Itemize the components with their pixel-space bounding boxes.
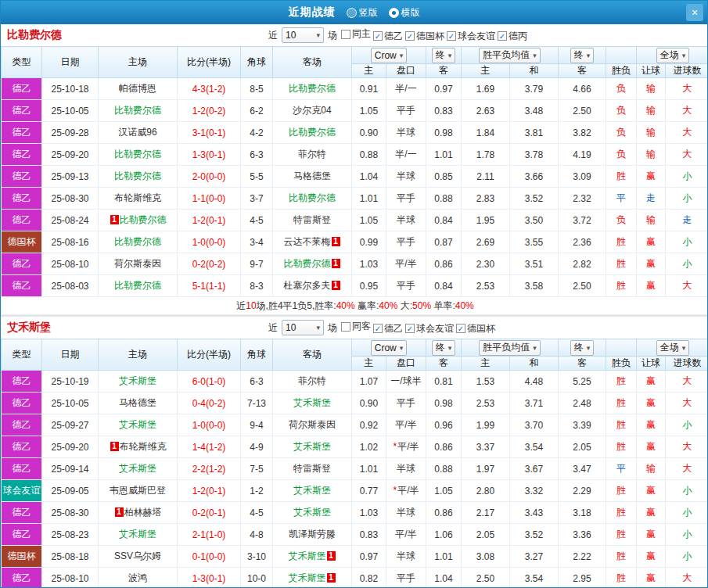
col-odds-handicap: 盘口 [386, 64, 426, 78]
filter-label: 球会友谊 [416, 322, 454, 335]
team-link: 菲尔特 [298, 375, 326, 386]
red-card-badge: 1 [332, 259, 340, 268]
filter-checkbox[interactable]: 球会友谊 [405, 322, 454, 335]
col-away: 客场 [273, 339, 352, 371]
red-card-badge: 1 [332, 281, 340, 290]
home-team-cell: 荷尔斯泰因 [99, 253, 178, 275]
odds-away: 0.96 [426, 414, 462, 436]
odds-handicap: *平/半 [386, 480, 426, 502]
match-date: 25-08-10 [42, 253, 99, 275]
layout-radio-vertical[interactable]: 竖版 [347, 6, 378, 20]
odds-home: 1.03 [352, 502, 386, 524]
team-link: 比勒费尔德 [284, 258, 331, 269]
team-link: 比勒费尔德 [114, 170, 161, 181]
col-result-wdl: 胜负 [606, 357, 637, 371]
layout-radio-horizontal[interactable]: 横版 [389, 6, 420, 20]
matches-table: 类型 日期 主场 比分(半场) 角球 客场 Crow ▾ 终 [1, 339, 708, 588]
scope-select[interactable]: 全场 ▾ [656, 340, 690, 356]
team-link: 艾禾斯堡 [293, 507, 331, 518]
final-odds-select[interactable]: 终 ▾ [432, 48, 456, 63]
match-row: 德乙25-09-28汉诺威963-1(0-1)4-2比勒费尔德0.90半球0.9… [2, 122, 708, 144]
score-cell: 0-1(0-0) [178, 546, 241, 568]
filter-checkbox[interactable]: 德国杯 [456, 322, 495, 335]
col-avg-away: 客 [559, 357, 606, 371]
bookmaker-select[interactable]: Crow ▾ [371, 48, 408, 63]
result-handicap: 输 [637, 122, 666, 144]
filter-checkbox[interactable]: 德丙 [498, 30, 527, 43]
summary-segment: 近 [236, 300, 246, 311]
radio-label: 竖版 [359, 6, 378, 20]
final-odds-select[interactable]: 终 ▾ [432, 340, 456, 356]
score-cell: 6-0(1-0) [178, 371, 241, 393]
final-average-select[interactable]: 终 ▾ [570, 48, 595, 63]
close-button[interactable]: × [686, 4, 703, 21]
away-team-cell: 云达不莱梅1 [273, 231, 352, 253]
home-team-cell: 艾禾斯堡 [99, 458, 178, 480]
match-date: 25-08-23 [42, 524, 99, 546]
avg-home: 1.53 [462, 371, 510, 393]
corners-cell: 8-3 [241, 275, 273, 297]
result-wdl: 胜 [606, 253, 637, 275]
col-type: 类型 [2, 47, 42, 78]
chevron-down-icon: ▾ [448, 52, 452, 59]
result-goals: 小 [666, 166, 708, 188]
match-row: 德乙25-08-241比勒费尔德1-2(0-1)4-5特雷斯登1.05半球0.8… [2, 210, 708, 231]
result-wdl: 胜 [606, 546, 637, 568]
result-wdl: 胜 [606, 393, 637, 414]
filter-checkbox[interactable]: 球会友谊 [447, 30, 495, 43]
team-link: 布轮斯维克 [120, 441, 167, 452]
filter-checkbox[interactable]: 同客 [341, 320, 371, 333]
summary-row: 近10场,胜4平1负5,胜率:40% 赢率:40% 大:50% 单率:40% [2, 297, 708, 315]
filter-checkbox[interactable]: 同主 [341, 27, 371, 41]
avg-away: 3.36 [559, 524, 606, 546]
col-date: 日期 [42, 47, 99, 78]
near-label: 近 [268, 29, 278, 42]
match-row: 德乙25-10-18帕德博恩4-3(1-2)8-5比勒费尔德0.91半/一0.9… [2, 78, 708, 100]
odds-away: 0.86 [426, 502, 462, 524]
avg-draw: 4.48 [510, 371, 559, 393]
odds-handicap: 一/球半 [386, 371, 426, 393]
avg-home: 1.69 [462, 78, 510, 100]
team-link: 云达不莱梅 [284, 236, 331, 247]
filter-label: 同客 [352, 320, 371, 333]
filter-checkbox[interactable]: 德乙 [373, 30, 403, 43]
odds-away: 0.86 [426, 436, 462, 458]
away-team-cell: 比勒费尔德 [273, 188, 352, 210]
avg-draw: 3.55 [510, 231, 559, 253]
average-odds-select[interactable]: 胜平负均值 ▾ [479, 48, 541, 63]
summary-segment: 40% [379, 300, 397, 311]
result-goals: 大 [666, 371, 708, 393]
result-handicap: 赢 [637, 502, 666, 524]
team-link: 荷尔斯泰因 [289, 419, 336, 430]
final-average-select[interactable]: 终 ▾ [570, 340, 595, 356]
odds-handicap: 平手 [386, 231, 426, 253]
match-row: 德国杯25-08-18SSV乌尔姆0-1(0-0)3-10艾禾斯堡10.97半球… [2, 546, 708, 568]
col-avg-away: 客 [559, 64, 606, 78]
match-count-select[interactable]: 10 ▾ [282, 27, 324, 43]
result-goals: 大 [666, 100, 708, 122]
corners-cell: 3-10 [241, 546, 273, 568]
match-count-select[interactable]: 10 ▾ [282, 320, 324, 335]
col-corner: 角球 [241, 47, 273, 78]
summary-segment: 单率: [431, 300, 455, 311]
scope-select[interactable]: 全场 ▾ [656, 48, 690, 63]
radio-icon [347, 8, 357, 18]
corners-cell: 6-2 [241, 100, 273, 122]
summary-segment: 场,胜4平1负5,胜率: [257, 300, 336, 311]
col-avg-draw: 和 [510, 64, 559, 78]
odds-home: 1.02 [352, 436, 386, 458]
red-card-badge: 1 [115, 507, 124, 517]
bookmaker-select[interactable]: Crow ▾ [371, 340, 408, 356]
match-date: 25-09-05 [42, 480, 99, 502]
avg-home: 2.83 [462, 188, 510, 210]
filter-checkbox[interactable]: 德国杯 [405, 30, 444, 43]
odds-handicap: 平手 [386, 100, 426, 122]
filter-checkbox[interactable]: 德乙 [373, 322, 403, 335]
odds-away: 0.98 [426, 393, 462, 414]
score-cell: 4-3(1-2) [178, 78, 241, 100]
match-row: 德乙25-10-19艾禾斯堡6-0(1-0)6-3菲尔特1.07一/球半0.81… [2, 371, 708, 393]
col-odds-home: 主 [352, 357, 386, 371]
result-handicap: 赢 [637, 275, 666, 297]
average-odds-select[interactable]: 胜平负均值 ▾ [479, 340, 541, 356]
red-card-badge: 1 [327, 573, 336, 583]
